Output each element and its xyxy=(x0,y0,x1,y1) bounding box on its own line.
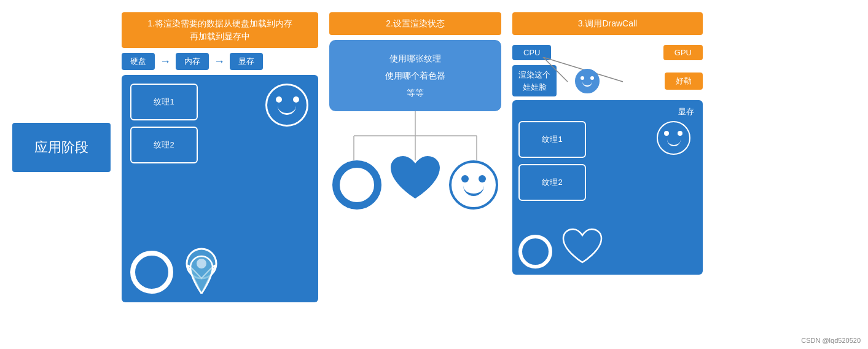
s1-shapes xyxy=(265,84,308,127)
small-smiley-icon xyxy=(575,69,600,93)
section2: 2.设置渲染状态 使用哪张纹理 使用哪个着色器 等等 xyxy=(329,12,501,234)
section3-header-text: 3.调用DrawCall xyxy=(578,18,637,28)
watermark: CSDN @lqd520520 xyxy=(801,337,861,344)
section2-header: 2.设置渲染状态 xyxy=(329,12,501,35)
s1-bottom-shapes xyxy=(130,248,220,294)
s1-textures: 纹理1 纹理2 xyxy=(130,84,198,163)
s3-smiley-icon xyxy=(657,121,690,155)
app-stage: 应用阶段 xyxy=(12,123,111,172)
section1-header-text: 1.将渲染需要的数据从硬盘加载到内存 再加载到显存中 xyxy=(147,18,292,41)
hang-smiley xyxy=(449,160,498,210)
s3-heart-icon xyxy=(561,228,604,269)
smiley-icon xyxy=(265,84,308,127)
section3-inner-area: 纹理1 纹理2 xyxy=(518,121,697,269)
arrow2: → xyxy=(214,55,225,68)
arrow1: → xyxy=(160,55,171,68)
hang-ring xyxy=(332,160,381,210)
xiancu-label: 显存 xyxy=(518,106,697,117)
section3-blue-area: 显存 纹理1 纹理2 xyxy=(512,100,703,275)
section1-header: 1.将渲染需要的数据从硬盘加载到内存 再加载到显存中 xyxy=(122,12,318,48)
s3-texture-box-1: 纹理1 xyxy=(518,121,586,158)
svg-point-1 xyxy=(197,259,206,269)
render-state-text: 使用哪张纹理 使用哪个着色器 等等 xyxy=(385,53,445,98)
pin-icon xyxy=(183,248,220,294)
flow-box-mem: 内存 xyxy=(176,53,209,70)
flow-box-hdd: 硬盘 xyxy=(122,53,155,70)
cpu-gpu-section: CPU GPU 渲染这个 娃娃脸 好勒 xyxy=(512,40,703,96)
big-ring-icon xyxy=(332,160,381,210)
section2-header-text: 2.设置渲染状态 xyxy=(386,18,445,28)
render-state-box: 使用哪张纹理 使用哪个着色器 等等 xyxy=(329,40,501,111)
s3-bottom-shapes xyxy=(518,228,604,269)
s3-textures: 纹理1 纹理2 xyxy=(518,121,586,201)
texture-box-1: 纹理1 xyxy=(130,84,198,120)
s3-ring-icon xyxy=(518,235,552,269)
app-stage-label: 应用阶段 xyxy=(34,138,88,157)
hanging-area xyxy=(329,111,501,234)
section3-header: 3.调用DrawCall xyxy=(512,12,703,35)
cpu-label: CPU xyxy=(523,48,540,57)
s3-texture-box-2: 纹理2 xyxy=(518,164,586,201)
cpu-lines-svg xyxy=(512,57,703,88)
gpu-label: GPU xyxy=(674,48,692,57)
section1-flow-row: 硬盘 → 内存 → 显存 xyxy=(122,53,263,70)
ring-icon xyxy=(130,251,173,294)
big-heart-icon xyxy=(388,154,443,206)
main-container: 应用阶段 1.将渲染需要的数据从硬盘加载到内存 再加载到显存中 硬盘 → 内存 … xyxy=(0,0,868,349)
texture-box-2: 纹理2 xyxy=(130,127,198,163)
s3-shapes xyxy=(657,121,690,155)
hang-heart xyxy=(388,154,443,206)
section1: 1.将渲染需要的数据从硬盘加载到内存 再加载到显存中 硬盘 → 内存 → 显存 … xyxy=(122,12,318,302)
big-smiley-icon xyxy=(449,160,498,210)
section1-blue-area: 纹理1 纹理2 xyxy=(122,75,318,302)
section3: 3.调用DrawCall CPU GPU 渲染这个 娃娃脸 好勒 xyxy=(512,12,703,275)
flow-box-vram: 显存 xyxy=(230,53,263,70)
